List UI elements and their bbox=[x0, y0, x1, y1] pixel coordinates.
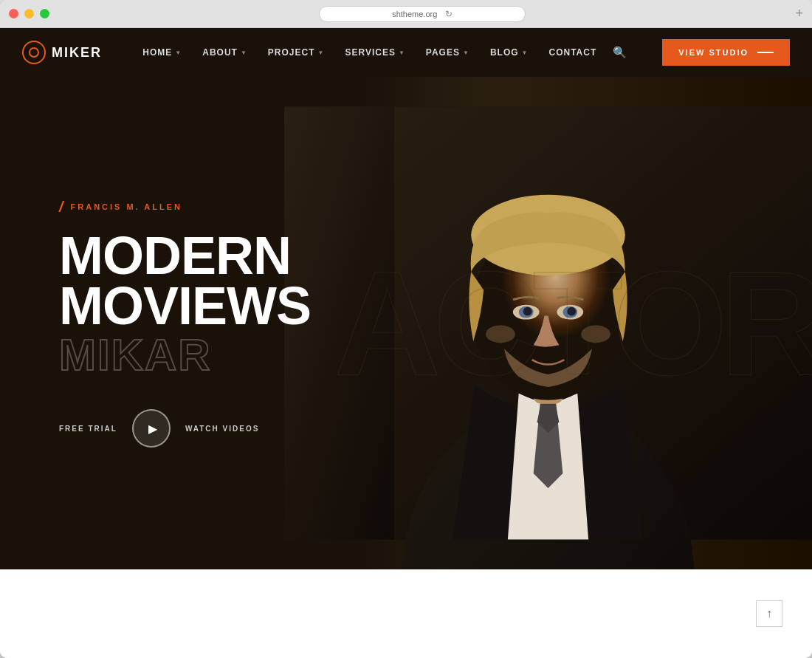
project-dropdown-arrow: ▼ bbox=[318, 49, 325, 56]
scroll-to-top-button[interactable]: ↑ bbox=[756, 600, 782, 627]
search-icon[interactable]: 🔍 bbox=[607, 46, 633, 59]
hero-actions: FREE TRIAL ▶ WATCH VIDEOS bbox=[59, 409, 310, 448]
url-text: shtheme.org bbox=[392, 10, 437, 18]
nav-item-project[interactable]: PROJECT ▼ bbox=[258, 47, 335, 58]
refresh-icon[interactable]: ↻ bbox=[445, 9, 453, 19]
logo[interactable]: MIKER bbox=[22, 41, 102, 64]
logo-text: MIKER bbox=[52, 45, 102, 61]
hero-section: ACTOR / FRANCIS M. ALLEN MODERN MOVIEWS … bbox=[0, 77, 812, 569]
nav-item-about[interactable]: ABOUT ▼ bbox=[192, 47, 258, 58]
about-dropdown-arrow: ▼ bbox=[241, 49, 247, 56]
nav-item-services[interactable]: SERVICES ▼ bbox=[334, 47, 415, 58]
logo-icon bbox=[22, 41, 46, 64]
minimize-button[interactable] bbox=[24, 9, 34, 18]
svg-point-11 bbox=[567, 307, 576, 316]
browser-window: shtheme.org ↻ + MIKER HOME ▼ ABOUT ▼ bbox=[0, 0, 812, 658]
hero-title-line2: MOVIEWS bbox=[59, 281, 310, 331]
hero-subtitle-row: / FRANCIS M. ALLEN bbox=[59, 199, 310, 216]
new-tab-button[interactable]: + bbox=[795, 6, 803, 21]
nav-item-blog[interactable]: BLOG ▼ bbox=[480, 47, 539, 58]
arrow-up-icon: ↑ bbox=[766, 607, 772, 620]
website-content: MIKER HOME ▼ ABOUT ▼ PROJECT ▼ SERVICES … bbox=[0, 28, 812, 658]
browser-titlebar: shtheme.org ↻ + bbox=[0, 0, 812, 28]
home-dropdown-arrow: ▼ bbox=[175, 49, 182, 56]
nav-item-pages[interactable]: PAGES ▼ bbox=[416, 47, 480, 58]
slash-decoration: / bbox=[59, 199, 63, 216]
view-studio-button[interactable]: VIEW STUDIO bbox=[662, 39, 790, 66]
pages-dropdown-arrow: ▼ bbox=[463, 49, 469, 56]
nav-links: HOME ▼ ABOUT ▼ PROJECT ▼ SERVICES ▼ PAGE… bbox=[132, 46, 633, 59]
services-dropdown-arrow: ▼ bbox=[399, 49, 405, 56]
play-icon: ▶ bbox=[148, 422, 157, 436]
bottom-section: ↑ bbox=[0, 569, 812, 658]
hero-title-line1: MODERN bbox=[59, 230, 310, 281]
nav-item-home[interactable]: HOME ▼ bbox=[132, 47, 192, 58]
close-button[interactable] bbox=[9, 9, 18, 18]
hero-subtitle-text: FRANCIS M. ALLEN bbox=[71, 202, 182, 211]
svg-point-10 bbox=[523, 307, 532, 316]
watch-videos-label: WATCH VIDEOS bbox=[185, 425, 259, 433]
maximize-button[interactable] bbox=[40, 9, 49, 18]
address-bar: shtheme.org ↻ bbox=[100, 6, 745, 22]
url-input[interactable]: shtheme.org ↻ bbox=[319, 6, 526, 22]
cta-line-decoration bbox=[757, 52, 774, 53]
hero-content: / FRANCIS M. ALLEN MODERN MOVIEWS MIKAR … bbox=[0, 199, 369, 448]
hero-title-line3: MIKAR bbox=[59, 331, 310, 380]
svg-point-12 bbox=[486, 325, 515, 343]
play-button[interactable]: ▶ bbox=[132, 409, 171, 448]
free-trial-label: FREE TRIAL bbox=[59, 425, 117, 433]
nav-item-contact[interactable]: CONTACT bbox=[538, 47, 607, 58]
blog-dropdown-arrow: ▼ bbox=[522, 49, 529, 56]
svg-point-13 bbox=[581, 325, 610, 343]
navbar: MIKER HOME ▼ ABOUT ▼ PROJECT ▼ SERVICES … bbox=[0, 28, 812, 77]
